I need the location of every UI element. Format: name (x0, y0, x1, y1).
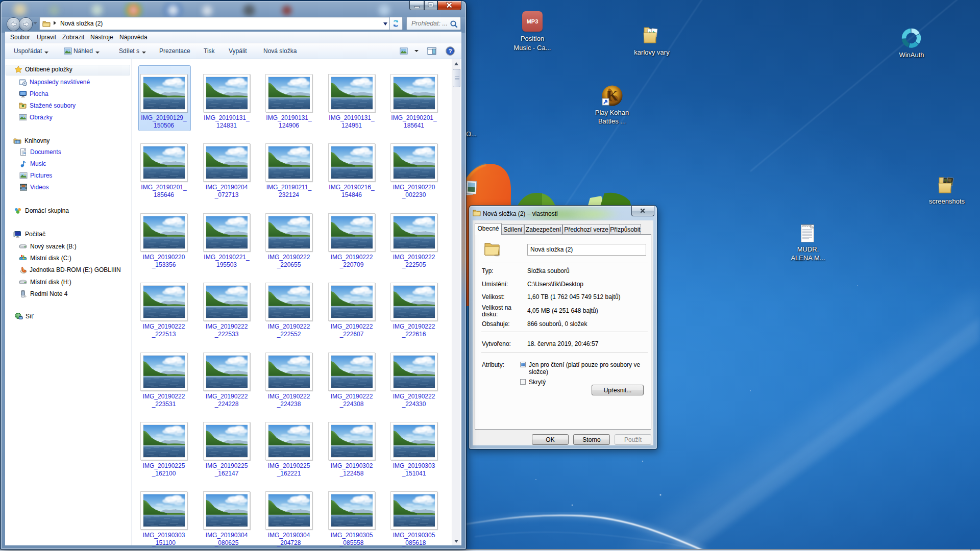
svg-text:?: ? (449, 48, 452, 54)
